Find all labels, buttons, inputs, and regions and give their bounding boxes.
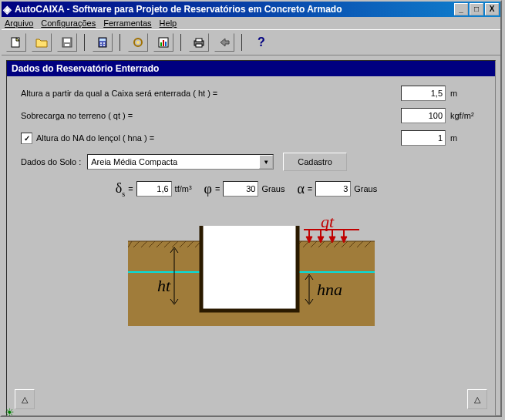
svg-point-9 (100, 45, 102, 46)
panel-title: Dados do Reservatório Enterrado (7, 61, 495, 76)
soil-select[interactable]: Areia Média Compacta ▼ (87, 154, 274, 170)
svg-rect-3 (64, 39, 70, 42)
statusbar: ☀ (5, 406, 15, 418)
form-area: Altura a partir da qual a Caixa será ent… (7, 76, 495, 343)
calculator-icon (96, 36, 109, 49)
svg-point-8 (103, 42, 105, 44)
menu-configuracoes[interactable]: Configurações (41, 18, 96, 28)
ht-label: Altura a partir da qual a Caixa será ent… (21, 89, 217, 98)
settings-button[interactable] (128, 33, 148, 52)
svg-point-12 (136, 41, 140, 44)
window-title: AutoCAIXA - Software para Projeto de Res… (15, 4, 453, 15)
ht-unit: m (450, 89, 481, 98)
open-folder-icon (35, 36, 49, 49)
previous-page-button[interactable]: △ (15, 389, 35, 409)
svg-rect-44 (204, 227, 295, 308)
main-window: ◈ AutoCAIXA - Software para Projeto de R… (0, 0, 502, 417)
svg-marker-1 (36, 39, 47, 47)
hna-diagram-label: hna (317, 280, 342, 299)
hna-label: Altura do NA do lençol ( hna ) = (36, 133, 154, 143)
triangle-up-icon: △ (474, 395, 480, 405)
svg-rect-18 (196, 39, 202, 42)
minimize-button[interactable]: _ (454, 3, 468, 15)
hna-checkbox[interactable]: ✓ (21, 133, 32, 144)
hna-unit: m (450, 133, 481, 143)
document-chart-icon (157, 36, 170, 49)
svg-point-10 (103, 45, 105, 46)
new-file-icon (9, 36, 23, 49)
qt-input[interactable] (401, 108, 446, 123)
calculator-button[interactable] (93, 33, 113, 52)
soil-parameters-row: δs = tf/m³ φ = Graus α = Graus (21, 180, 481, 198)
alpha-unit: Graus (354, 184, 377, 193)
ht-diagram-label: ht (157, 276, 171, 295)
print-button[interactable] (189, 33, 209, 52)
delta-symbol: δs (116, 180, 125, 198)
menu-help[interactable]: Help (160, 18, 177, 28)
gear-icon (131, 36, 145, 49)
svg-rect-15 (163, 40, 164, 46)
svg-marker-20 (221, 39, 229, 46)
qt-unit: kgf/m² (450, 111, 481, 120)
svg-rect-16 (165, 42, 167, 46)
ht-input[interactable] (401, 86, 446, 101)
back-arrow-icon (217, 36, 231, 49)
report-button[interactable] (153, 33, 173, 52)
delta-input[interactable] (136, 181, 172, 197)
save-button[interactable] (57, 33, 77, 52)
diagram: qt ht (21, 210, 481, 334)
menu-arquivo[interactable]: Arquivo (5, 18, 33, 28)
help-button[interactable]: ? (258, 35, 265, 49)
open-file-button[interactable] (32, 33, 52, 52)
reservoir-diagram-svg: qt ht (128, 210, 375, 334)
content-area: Dados do Reservatório Enterrado Altura a… (6, 60, 496, 416)
phi-input[interactable] (223, 181, 258, 197)
menubar: Arquivo Configurações Ferramentas Help (2, 17, 500, 29)
printer-icon (192, 36, 206, 49)
soil-select-value: Areia Média Compacta (88, 157, 259, 166)
close-button[interactable]: X (485, 3, 499, 15)
maximize-button[interactable]: □ (470, 3, 483, 15)
triangle-up-icon: △ (22, 395, 28, 405)
back-button[interactable] (214, 33, 234, 52)
phi-symbol: φ (204, 181, 212, 197)
svg-rect-4 (65, 44, 69, 46)
svg-rect-14 (160, 42, 162, 46)
qt-label: Sobrecarga no terreno ( qt ) = (21, 111, 133, 120)
cadastro-button[interactable]: Cadastro (283, 153, 347, 171)
titlebar: ◈ AutoCAIXA - Software para Projeto de R… (2, 2, 500, 17)
alpha-symbol: α (297, 181, 304, 197)
chevron-down-icon: ▼ (259, 155, 273, 169)
svg-rect-19 (196, 44, 202, 47)
soil-label: Dados do Solo : (21, 157, 81, 166)
next-page-button[interactable]: △ (467, 389, 487, 409)
menu-ferramentas[interactable]: Ferramentas (103, 18, 151, 28)
alpha-input[interactable] (315, 181, 351, 197)
app-icon: ◈ (3, 4, 12, 15)
qt-diagram-label: qt (321, 212, 335, 231)
new-file-button[interactable] (6, 33, 26, 52)
hna-input[interactable] (401, 130, 446, 146)
phi-unit: Graus (261, 184, 284, 193)
save-icon (60, 36, 74, 49)
svg-rect-6 (99, 39, 106, 41)
svg-point-7 (100, 42, 102, 44)
toolbar: ? (2, 29, 500, 55)
status-icon: ☀ (5, 406, 15, 418)
delta-unit: tf/m³ (175, 184, 192, 193)
